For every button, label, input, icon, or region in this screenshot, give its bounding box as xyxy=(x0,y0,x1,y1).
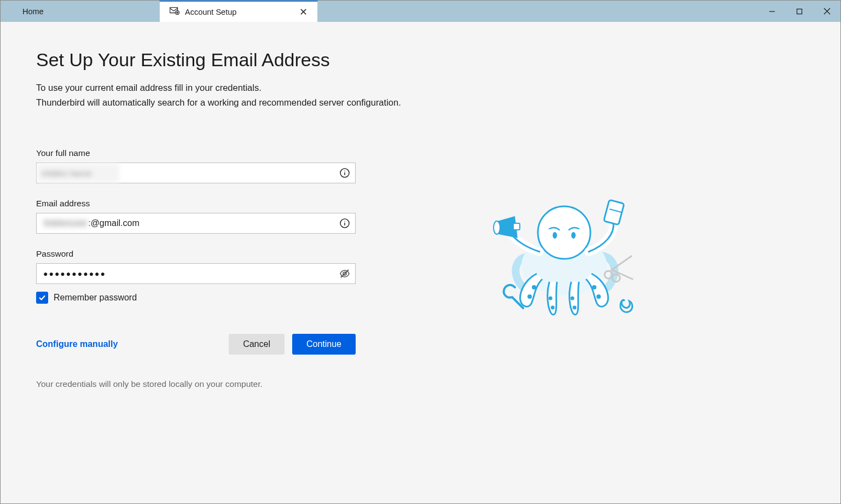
mail-icon xyxy=(170,7,179,16)
password-label: Password xyxy=(36,249,430,259)
svg-point-20 xyxy=(592,285,596,289)
eye-off-icon[interactable] xyxy=(339,268,350,279)
page-subtitle: To use your current email address fill i… xyxy=(36,80,430,110)
svg-point-30 xyxy=(506,288,512,294)
svg-point-22 xyxy=(549,297,553,300)
svg-point-15 xyxy=(538,206,590,259)
info-icon[interactable] xyxy=(339,218,350,229)
tab-home[interactable]: Home xyxy=(1,1,159,22)
tab-bar: Home Account Setup ✕ xyxy=(1,1,840,22)
svg-point-25 xyxy=(573,306,577,310)
svg-point-7 xyxy=(344,171,345,172)
minimize-button[interactable] xyxy=(758,1,786,22)
svg-rect-3 xyxy=(797,9,802,14)
svg-point-19 xyxy=(527,294,532,299)
svg-point-16 xyxy=(553,232,557,239)
close-tab-icon[interactable]: ✕ xyxy=(299,6,308,18)
tab-account-setup[interactable]: Account Setup ✕ xyxy=(159,1,318,22)
cancel-button[interactable]: Cancel xyxy=(229,334,285,355)
tab-home-label: Home xyxy=(22,7,44,16)
window-controls xyxy=(758,1,840,22)
name-label: Your full name xyxy=(36,148,430,158)
svg-point-23 xyxy=(551,306,555,310)
continue-button[interactable]: Continue xyxy=(292,334,356,355)
tab-active-label: Account Setup xyxy=(185,8,236,16)
email-input[interactable] xyxy=(36,213,356,234)
svg-rect-27 xyxy=(513,223,520,230)
svg-point-24 xyxy=(571,297,575,300)
name-input[interactable] xyxy=(36,163,356,183)
password-input[interactable] xyxy=(36,263,356,284)
remember-password-checkbox[interactable] xyxy=(36,292,48,304)
close-window-button[interactable] xyxy=(813,1,840,22)
octopus-illustration xyxy=(485,192,643,389)
remember-password-label: Remember password xyxy=(54,293,137,303)
info-icon[interactable] xyxy=(339,167,350,178)
configure-manually-link[interactable]: Configure manually xyxy=(36,339,118,349)
email-label: Email address xyxy=(36,199,430,208)
svg-point-18 xyxy=(532,285,536,289)
page-title: Set Up Your Existing Email Address xyxy=(36,49,430,71)
svg-point-10 xyxy=(344,221,345,222)
svg-point-17 xyxy=(571,232,576,239)
svg-point-26 xyxy=(494,221,500,234)
maximize-button[interactable] xyxy=(786,1,813,22)
svg-point-21 xyxy=(596,294,601,299)
footer-note: Your credentials will only be stored loc… xyxy=(36,379,430,389)
